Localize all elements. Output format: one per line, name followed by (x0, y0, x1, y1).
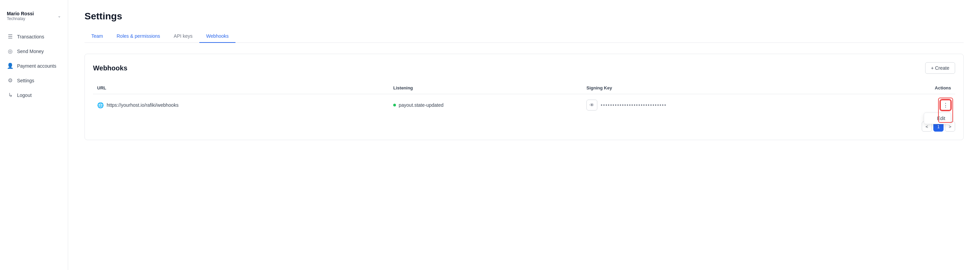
tab-api-keys[interactable]: API keys (167, 30, 199, 43)
sidebar-item-send-money[interactable]: ◎ Send Money (0, 44, 68, 58)
listening-cell: payout.state-updated (389, 94, 582, 116)
settings-icon: ⚙ (7, 77, 14, 84)
section-title: Webhooks (93, 64, 127, 72)
user-company: Technalay (7, 16, 56, 21)
url-cell: 🌐 https://yourhost.io/rafiki/webhooks (93, 94, 389, 116)
user-info: Mario Rossi Technalay (7, 11, 56, 21)
sidebar-item-label: Payment accounts (17, 63, 56, 69)
table-header-row: URL Listening Signing Key Actions (93, 82, 955, 94)
tab-webhooks[interactable]: Webhooks (199, 30, 235, 43)
logout-icon: ↳ (7, 92, 14, 98)
more-options-button[interactable]: ⋮ (940, 99, 951, 111)
sidebar: Mario Rossi Technalay ⌄ ☰ Transactions ◎… (0, 0, 68, 270)
transactions-icon: ☰ (7, 33, 14, 40)
webhook-url: https://yourhost.io/rafiki/webhooks (107, 103, 178, 108)
section-header: Webhooks + Create (93, 62, 955, 74)
create-button[interactable]: + Create (925, 62, 955, 74)
sidebar-item-label: Logout (17, 93, 32, 98)
pagination: < 1 > (93, 122, 955, 132)
send-money-icon: ◎ (7, 48, 14, 54)
payment-accounts-icon: 👤 (7, 63, 14, 69)
sidebar-item-payment-accounts[interactable]: 👤 Payment accounts (0, 58, 68, 73)
sidebar-item-label: Send Money (17, 49, 44, 54)
user-name: Mario Rossi (7, 11, 56, 16)
actions-highlight: ⋮ Edit (940, 99, 951, 111)
tab-roles-permissions[interactable]: Roles & permissions (110, 30, 167, 43)
sidebar-item-label: Settings (17, 78, 34, 83)
sidebar-item-logout[interactable]: ↳ Logout (0, 88, 68, 103)
main-content: Settings Team Roles & permissions API ke… (68, 0, 980, 270)
signing-key-dots: •••••••••••••••••••••••••••• (601, 103, 667, 108)
status-dot (393, 104, 396, 106)
signing-key-cell: 👁 •••••••••••••••••••••••••••• (582, 94, 874, 116)
table-row: 🌐 https://yourhost.io/rafiki/webhooks pa… (93, 94, 955, 116)
user-section[interactable]: Mario Rossi Technalay ⌄ (0, 7, 68, 29)
webhooks-table: URL Listening Signing Key Actions 🌐 http… (93, 82, 955, 116)
tabs: Team Roles & permissions API keys Webhoo… (84, 30, 964, 43)
eye-icon: 👁 (590, 103, 594, 108)
sidebar-item-label: Transactions (17, 34, 44, 39)
globe-icon: 🌐 (97, 102, 104, 109)
actions-wrapper: ⋮ Edit (940, 99, 951, 111)
col-header-listening: Listening (389, 82, 582, 94)
sidebar-item-settings[interactable]: ⚙ Settings (0, 73, 68, 88)
listening-value: payout.state-updated (399, 103, 444, 108)
webhooks-section: Webhooks + Create URL Listening Signing … (84, 54, 964, 140)
col-header-url: URL (93, 82, 389, 94)
dropdown-menu: Edit (924, 112, 951, 124)
col-header-actions: Actions (874, 82, 955, 94)
col-header-signing-key: Signing Key (582, 82, 874, 94)
page-title: Settings (84, 11, 964, 22)
sidebar-item-transactions[interactable]: ☰ Transactions (0, 29, 68, 44)
edit-menu-item[interactable]: Edit (924, 113, 951, 124)
toggle-signing-key-button[interactable]: 👁 (586, 99, 597, 111)
actions-cell: ⋮ Edit (874, 94, 955, 116)
tab-team[interactable]: Team (84, 30, 110, 43)
chevron-down-icon: ⌄ (57, 14, 61, 18)
